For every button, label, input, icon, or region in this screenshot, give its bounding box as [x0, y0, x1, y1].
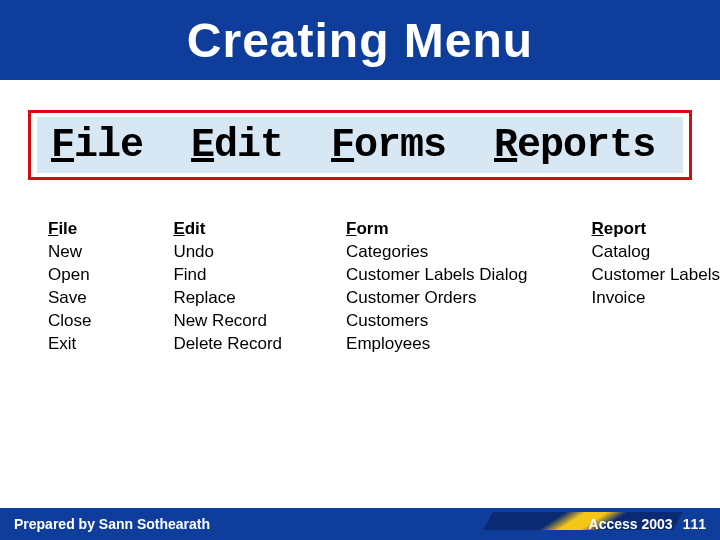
menu-forms[interactable]: Forms [331, 123, 446, 168]
menu-forms-mnemonic: F [331, 123, 354, 168]
list-item: Customers [346, 310, 527, 333]
list-item: New Record [173, 310, 282, 333]
list-item: Open [48, 264, 109, 287]
report-heading: Report [591, 218, 720, 241]
form-heading: Form [346, 218, 527, 241]
footer-page-number: 111 [683, 516, 706, 532]
list-item: Close [48, 310, 109, 333]
list-item: Catalog [591, 241, 720, 264]
report-heading-rest: eport [604, 219, 647, 238]
list-item: Customer Orders [346, 287, 527, 310]
title-bar: Creating Menu [0, 0, 720, 80]
list-item: Exit [48, 333, 109, 356]
menu-file[interactable]: File [51, 123, 143, 168]
menu-file-rest: ile [74, 123, 143, 168]
list-item: Replace [173, 287, 282, 310]
footer-prepared: Prepared by Sann Sothearath [14, 516, 210, 532]
list-item: Find [173, 264, 282, 287]
list-item: Employees [346, 333, 527, 356]
menu-edit-rest: dit [214, 123, 283, 168]
list-item: Delete Record [173, 333, 282, 356]
list-item: Customer Labels [591, 264, 720, 287]
list-item: Undo [173, 241, 282, 264]
menu-forms-rest: orms [354, 123, 446, 168]
slide: Creating Menu File Edit Forms Reports Fi… [0, 0, 720, 540]
menu-reports-rest: eports [517, 123, 655, 168]
form-list: Form Categories Customer Labels Dialog C… [346, 218, 527, 356]
file-heading-rest: ile [58, 219, 77, 238]
footer-product: Access 2003 [589, 516, 673, 532]
form-heading-rest: orm [356, 219, 388, 238]
edit-list: Edit Undo Find Replace New Record Delete… [173, 218, 282, 356]
menu-reports-mnemonic: R [494, 123, 517, 168]
file-heading: File [48, 218, 109, 241]
edit-heading-mnemonic: E [173, 219, 184, 238]
menu-edit-mnemonic: E [191, 123, 214, 168]
file-heading-mnemonic: F [48, 219, 58, 238]
list-item: Customer Labels Dialog [346, 264, 527, 287]
slide-title: Creating Menu [187, 13, 533, 68]
menu-edit[interactable]: Edit [191, 123, 283, 168]
file-list: File New Open Save Close Exit [48, 218, 109, 356]
submenu-lists: File New Open Save Close Exit Edit Undo … [48, 218, 720, 356]
list-item: Invoice [591, 287, 720, 310]
list-item: Save [48, 287, 109, 310]
list-item: Categories [346, 241, 527, 264]
edit-heading: Edit [173, 218, 282, 241]
form-heading-mnemonic: F [346, 219, 356, 238]
menu-reports[interactable]: Reports [494, 123, 655, 168]
menubar-frame: File Edit Forms Reports [28, 110, 692, 180]
menubar: File Edit Forms Reports [37, 117, 683, 173]
menu-file-mnemonic: F [51, 123, 74, 168]
report-list: Report Catalog Customer Labels Invoice [591, 218, 720, 356]
report-heading-mnemonic: R [591, 219, 603, 238]
edit-heading-rest: dit [185, 219, 206, 238]
list-item: New [48, 241, 109, 264]
